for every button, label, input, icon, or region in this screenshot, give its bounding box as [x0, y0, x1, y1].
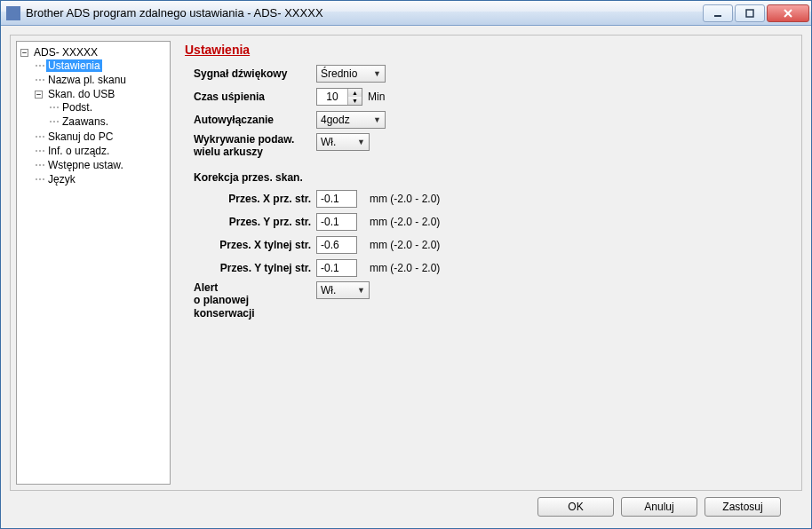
- beep-select[interactable]: Średnio ▼: [316, 65, 386, 83]
- sleep-unit: Min: [368, 91, 385, 103]
- tree-item-zaawans[interactable]: Zaawans.: [60, 115, 110, 128]
- tree-item-wstepne[interactable]: Wstępne ustaw.: [46, 159, 125, 171]
- window-buttons: [703, 4, 809, 22]
- apply-button[interactable]: Zastosuj: [705, 497, 781, 517]
- maximize-icon: [745, 9, 754, 18]
- chevron-down-icon: ▼: [373, 69, 381, 78]
- correction-heading: Korekcja przes. skan.: [194, 171, 787, 184]
- tree-item-ustawienia[interactable]: Ustawienia: [46, 59, 102, 72]
- maximize-button[interactable]: [735, 4, 765, 22]
- app-window: Brother ADS program zdalnego ustawiania …: [0, 0, 812, 529]
- offset-y-front-label: Przes. Y prz. str.: [185, 216, 316, 228]
- chevron-down-icon: ▼: [357, 286, 365, 295]
- offset-y-back-label: Przes. Y tylnej str.: [185, 262, 316, 274]
- svg-rect-1: [746, 10, 753, 17]
- minimize-button[interactable]: [703, 4, 733, 22]
- nav-tree[interactable]: − ADS- XXXXX ⋯Ustawienia ⋯Nazwa pl. skan…: [16, 41, 171, 485]
- range-text: mm (-2.0 - 2.0): [370, 193, 440, 205]
- range-text: mm (-2.0 - 2.0): [370, 262, 440, 274]
- tree-item-inf[interactable]: Inf. o urządz.: [46, 145, 111, 157]
- tree-item-nazwa[interactable]: Nazwa pl. skanu: [46, 74, 128, 86]
- autooff-select[interactable]: 4godz ▼: [316, 111, 386, 129]
- cancel-button[interactable]: Anuluj: [621, 497, 697, 517]
- alert-select[interactable]: Wł. ▼: [316, 281, 370, 299]
- window-title: Brother ADS program zdalnego ustawiania …: [26, 6, 703, 20]
- spin-up[interactable]: ▲: [348, 89, 362, 97]
- close-button[interactable]: [767, 4, 809, 22]
- chevron-down-icon: ▼: [357, 138, 365, 146]
- multifeed-label: Wykrywanie podaw. wielu arkuszy: [185, 133, 316, 159]
- spin-down[interactable]: ▼: [348, 97, 362, 105]
- offset-y-back-input[interactable]: [316, 259, 357, 277]
- multifeed-select[interactable]: Wł. ▼: [316, 133, 370, 151]
- chevron-down-icon: ▼: [373, 115, 381, 124]
- tree-root[interactable]: ADS- XXXXX: [32, 46, 100, 59]
- tree-item-skanuj-pc[interactable]: Skanuj do PC: [46, 130, 115, 143]
- beep-label: Sygnał dźwiękowy: [185, 67, 316, 80]
- titlebar: Brother ADS program zdalnego ustawiania …: [1, 1, 811, 26]
- alert-label: Alert o planowej konserwacji: [185, 281, 316, 320]
- tree-item-skan-usb[interactable]: Skan. do USB: [46, 88, 116, 100]
- tree-item-podst[interactable]: Podst.: [60, 101, 94, 114]
- sleep-spinner[interactable]: ▲ ▼: [316, 88, 362, 106]
- app-icon: [6, 6, 20, 20]
- panel-heading: Ustawienia: [185, 43, 787, 57]
- ok-button[interactable]: OK: [537, 497, 614, 517]
- offset-x-back-label: Przes. X tylnej str.: [185, 239, 316, 251]
- minimize-icon: [713, 9, 722, 18]
- tree-toggle-usb[interactable]: −: [35, 91, 43, 99]
- sleep-label: Czas uśpienia: [185, 91, 316, 103]
- offset-x-front-input[interactable]: [316, 190, 357, 208]
- range-text: mm (-2.0 - 2.0): [370, 239, 440, 251]
- offset-x-back-input[interactable]: [316, 236, 357, 254]
- main-area: − ADS- XXXXX ⋯Ustawienia ⋯Nazwa pl. skan…: [10, 35, 802, 491]
- offset-y-front-input[interactable]: [316, 213, 357, 231]
- sleep-input[interactable]: [317, 91, 347, 103]
- range-text: mm (-2.0 - 2.0): [370, 216, 440, 228]
- settings-panel: Ustawienia Sygnał dźwiękowy Średnio ▼ Cz…: [176, 41, 796, 485]
- offset-x-front-label: Przes. X prz. str.: [185, 193, 316, 205]
- tree-toggle-root[interactable]: −: [20, 49, 28, 57]
- content-area: − ADS- XXXXX ⋯Ustawienia ⋯Nazwa pl. skan…: [1, 26, 811, 528]
- button-bar: OK Anuluj Zastosuj: [10, 491, 802, 519]
- close-icon: [783, 9, 793, 18]
- autooff-label: Autowyłączanie: [185, 114, 316, 126]
- tree-item-jezyk[interactable]: Język: [46, 173, 77, 186]
